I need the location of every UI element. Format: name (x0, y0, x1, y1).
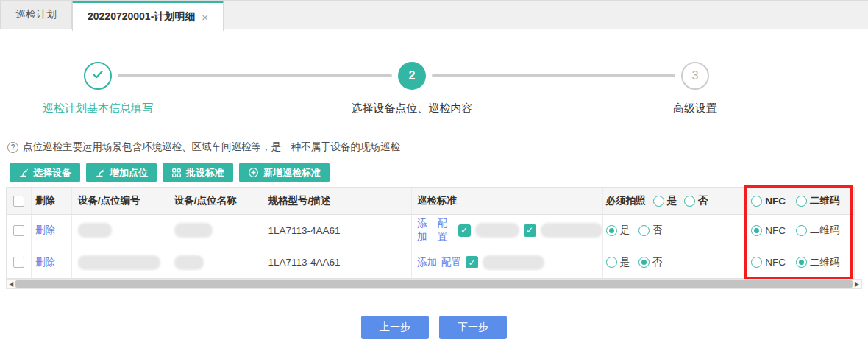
radio-icon[interactable] (751, 225, 762, 236)
radio-label: 是 (667, 194, 677, 207)
horizontal-scrollbar[interactable]: ◀ ▶ (6, 279, 862, 289)
standard-checked-checkbox[interactable]: ✓ (466, 256, 478, 268)
table-cell: 添加配置✓ (412, 246, 603, 278)
header-name: 设备/点位名称 (168, 188, 264, 214)
next-step-button[interactable]: 下一步 (439, 316, 507, 339)
step-3-label: 高级设置 (614, 102, 776, 115)
photo-no-option[interactable]: 否 (638, 256, 663, 269)
radio-label: NFC (765, 225, 786, 236)
config-standard-link[interactable]: 配置 (441, 256, 461, 269)
tab-inspection-plan[interactable]: 巡检计划 (0, 1, 72, 29)
tab-label: 巡检计划 (15, 8, 57, 21)
device-point-table: 删除 设备/点位编号 设备/点位名称 规格型号/描述 巡检标准 必须拍照 是 否… (6, 187, 855, 279)
step-1-label: 巡检计划基本信息填写 (17, 102, 179, 115)
select-all-checkbox[interactable] (13, 196, 24, 207)
nfc-option[interactable]: NFC (751, 196, 786, 207)
tab-plan-detail[interactable]: 20220720001-计划明细 × (72, 1, 224, 31)
tab-label: 20220720001-计划明细 (88, 10, 195, 24)
header-tag: NFC 二维码 (745, 188, 854, 214)
delete-row-link[interactable]: 删除 (35, 256, 55, 269)
step-number: 2 (409, 69, 416, 82)
nfc-option[interactable]: NFC (751, 257, 786, 268)
button-label: 增加点位 (110, 166, 148, 179)
add-standard-link[interactable]: 添加 (417, 217, 433, 243)
redacted-text (174, 223, 213, 238)
header-photo: 必须拍照 是 否 (603, 188, 746, 214)
page: 巡检计划 20220720001-计划明细 × 2 3 巡检计划基本信息填写 选… (0, 0, 868, 345)
row-select-checkbox[interactable] (13, 225, 24, 236)
toolbar: 选择设备 增加点位 批设标准 新增巡检标准 (10, 163, 330, 182)
radio-icon[interactable] (638, 257, 650, 268)
radio-icon[interactable] (751, 196, 762, 207)
robot-arm-icon (95, 168, 105, 178)
radio-label: 二维码 (810, 256, 840, 269)
table-cell: 删除 (32, 215, 72, 246)
table-cell: NFC二维码 (745, 246, 854, 278)
previous-step-button[interactable]: 上一步 (361, 316, 429, 339)
help-icon: ? (7, 142, 18, 153)
new-inspection-standard-button[interactable]: 新增巡检标准 (239, 163, 330, 182)
radio-label: 二维码 (810, 194, 840, 207)
standard-checked-checkbox[interactable]: ✓ (458, 224, 471, 237)
check-icon (90, 66, 106, 85)
standard-checked-checkbox[interactable]: ✓ (524, 224, 536, 237)
table-row: 删除1LA7113-4AA61添加配置✓✓是否NFC二维码 (7, 215, 854, 246)
redacted-text (78, 223, 112, 238)
tip-text: 点位巡检主要运用场景包含环境巡检、区域车间巡检等，是一种不属于设备的现场巡检 (23, 141, 400, 154)
header-standard: 巡检标准 (412, 188, 603, 214)
radio-icon[interactable] (653, 196, 664, 207)
photo-no-option[interactable]: 否 (638, 224, 663, 237)
step-number: 3 (692, 69, 699, 82)
redacted-text (78, 255, 160, 270)
delete-row-link[interactable]: 删除 (35, 224, 55, 237)
photo-no-option[interactable]: 否 (684, 194, 708, 207)
radio-icon[interactable] (606, 225, 617, 236)
qr-option[interactable]: 二维码 (796, 224, 840, 237)
redacted-text (541, 223, 602, 238)
radio-label: 否 (652, 224, 663, 237)
button-label: 新增巡检标准 (263, 166, 321, 179)
add-point-button[interactable]: 增加点位 (86, 163, 157, 182)
batch-standard-button[interactable]: 批设标准 (163, 163, 233, 182)
radio-icon[interactable] (638, 225, 650, 236)
header-delete: 删除 (32, 188, 72, 214)
step-connector (432, 74, 675, 77)
close-icon[interactable]: × (202, 12, 208, 23)
table-header-row: 删除 设备/点位编号 设备/点位名称 规格型号/描述 巡检标准 必须拍照 是 否… (7, 188, 854, 215)
header-photo-label: 必须拍照 (606, 194, 646, 207)
qr-option[interactable]: 二维码 (796, 194, 840, 207)
tab-bar: 巡检计划 20220720001-计划明细 × (0, 0, 868, 29)
radio-label: 是 (620, 224, 630, 237)
config-standard-link[interactable]: 配置 (438, 217, 454, 243)
photo-yes-option[interactable]: 是 (606, 256, 630, 269)
table-cell (72, 215, 168, 246)
radio-icon[interactable] (796, 257, 807, 268)
step-1-circle (84, 62, 112, 90)
redacted-text (174, 255, 204, 270)
radio-label: 否 (698, 194, 708, 207)
scroll-left-arrow-icon[interactable]: ◀ (7, 280, 15, 288)
table-cell (7, 246, 32, 278)
add-standard-link[interactable]: 添加 (417, 256, 437, 269)
radio-icon[interactable] (796, 196, 807, 207)
scrollbar-thumb[interactable] (15, 280, 853, 288)
radio-icon[interactable] (606, 257, 617, 268)
photo-yes-option[interactable]: 是 (606, 224, 630, 237)
table-cell: NFC二维码 (745, 215, 854, 246)
select-device-button[interactable]: 选择设备 (10, 163, 80, 182)
table-cell (72, 246, 168, 278)
row-select-checkbox[interactable] (13, 257, 24, 268)
header-spec: 规格型号/描述 (263, 188, 412, 214)
radio-icon[interactable] (684, 196, 695, 207)
spec-cell: 1LA7113-4AA61 (263, 246, 412, 278)
nfc-option[interactable]: NFC (751, 225, 786, 236)
radio-icon[interactable] (796, 225, 807, 236)
qr-option[interactable]: 二维码 (796, 256, 840, 269)
radio-label: NFC (765, 196, 786, 207)
robot-arm-icon (18, 168, 29, 178)
photo-yes-option[interactable]: 是 (653, 194, 677, 207)
radio-label: 是 (620, 256, 630, 269)
tip: ? 点位巡检主要运用场景包含环境巡检、区域车间巡检等，是一种不属于设备的现场巡检 (7, 141, 400, 154)
radio-icon[interactable] (751, 257, 762, 268)
scroll-right-arrow-icon[interactable]: ▶ (853, 280, 861, 288)
